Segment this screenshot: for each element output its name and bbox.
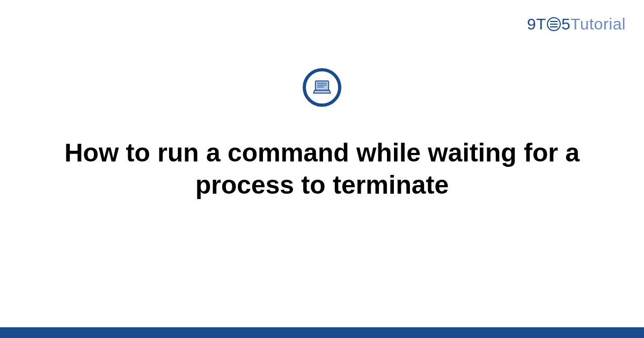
footer-bar xyxy=(0,327,644,338)
brand-logo: 9 T 5 Tutorial xyxy=(527,15,626,33)
laptop-icon xyxy=(303,68,341,107)
brand-text-9: 9 xyxy=(527,15,536,33)
brand-text-tutorial: Tutorial xyxy=(570,15,626,33)
brand-circle-lines xyxy=(550,24,558,25)
brand-text-5: 5 xyxy=(561,15,570,33)
main-content: How to run a command while waiting for a… xyxy=(0,68,644,201)
brand-text-t: T xyxy=(536,15,546,33)
brand-circle-icon xyxy=(547,17,561,31)
svg-rect-0 xyxy=(316,81,329,91)
page-title: How to run a command while waiting for a… xyxy=(0,137,644,201)
laptop-svg-icon xyxy=(311,76,333,99)
